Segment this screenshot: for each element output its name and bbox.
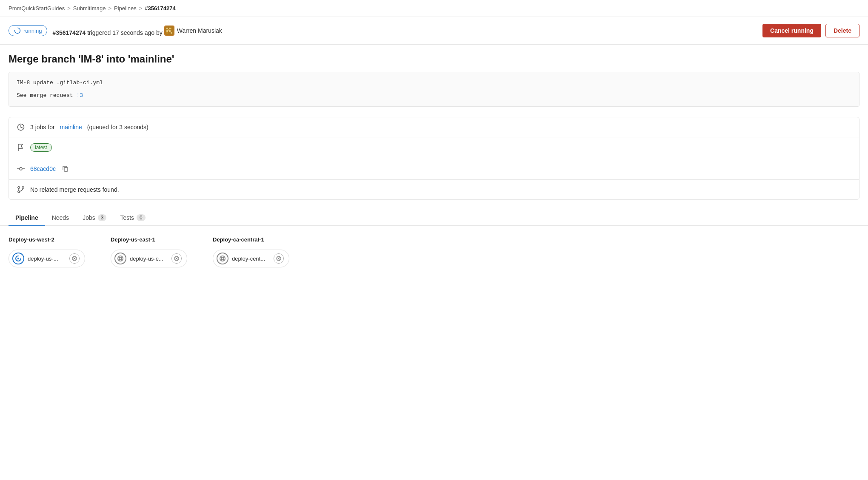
tab-pipeline-label: Pipeline [15, 214, 38, 221]
stages-header: Deploy-us-west-2 Deploy-us-east-1 Deploy… [9, 236, 859, 243]
pipeline-triggered-text: triggered 17 seconds ago by [87, 29, 164, 36]
breadcrumb: PmmQuickStartGuides > SubmitImage > Pipe… [0, 0, 868, 17]
svg-point-30 [221, 257, 224, 260]
breadcrumb-pmm[interactable]: PmmQuickStartGuides [9, 5, 65, 11]
stages-row: deploy-us-... dep [9, 250, 859, 267]
svg-point-24 [118, 256, 123, 261]
latest-badge: latest [30, 143, 52, 152]
svg-rect-6 [168, 29, 169, 31]
tab-tests-label: Tests [120, 214, 134, 221]
svg-rect-16 [64, 168, 68, 171]
merge-request-link[interactable]: !3 [76, 92, 83, 99]
svg-rect-8 [166, 32, 168, 34]
main-content: Merge branch 'IM-8' into 'mainline' IM-8… [0, 45, 868, 200]
svg-point-29 [220, 256, 225, 261]
pipeline-id: #356174274 [52, 29, 86, 36]
meta-row-commit: 68cacd0c [9, 158, 859, 180]
pipeline-status-badge: running [9, 25, 47, 36]
svg-point-0 [15, 28, 20, 34]
status-label: running [23, 28, 42, 34]
pipeline-stages: Deploy-us-west-2 Deploy-us-east-1 Deploy… [0, 226, 868, 278]
pipeline-header: running #356174274 triggered 17 seconds … [0, 17, 868, 45]
tab-needs[interactable]: Needs [45, 210, 76, 226]
commit-title: Merge branch 'IM-8' into 'mainline' [9, 53, 859, 65]
commit-message-line2: See merge request !3 [17, 91, 851, 100]
cancel-running-button[interactable]: Cancel running [762, 24, 821, 37]
job-pending-icon-2 [217, 253, 228, 264]
pipeline-header-right: Cancel running Delete [762, 24, 859, 37]
queued-text: (queued for 3 seconds) [87, 124, 148, 131]
merge-request-icon [17, 186, 25, 193]
meta-row-jobs: 3 jobs for mainline (queued for 3 second… [9, 117, 859, 137]
stage-column-1: deploy-us-e... [111, 250, 196, 267]
svg-rect-7 [171, 28, 172, 29]
commit-sha-link[interactable]: 68cacd0c [30, 165, 56, 172]
svg-point-18 [22, 187, 24, 188]
meta-row-merge-requests: No related merge requests found. [9, 180, 859, 199]
pipeline-header-left: running #356174274 triggered 17 seconds … [9, 25, 757, 36]
stage-column-0: deploy-us-... [9, 250, 94, 267]
tab-jobs[interactable]: Jobs 3 [76, 210, 113, 226]
pipeline-meta-box: 3 jobs for mainline (queued for 3 second… [9, 117, 859, 200]
tabs-bar: Pipeline Needs Jobs 3 Tests 0 [0, 210, 868, 226]
commit-message-box: IM-8 update .gitlab-ci.yml See merge req… [9, 72, 859, 107]
copy-sha-button[interactable] [61, 164, 70, 173]
job-cancel-icon-1[interactable] [171, 253, 182, 264]
clock-icon [17, 123, 25, 131]
job-pending-icon-1 [114, 253, 126, 264]
svg-rect-9 [171, 32, 172, 34]
meta-row-latest: latest [9, 137, 859, 158]
breadcrumb-submit-image[interactable]: SubmitImage [73, 5, 106, 11]
breadcrumb-pipelines[interactable]: Pipelines [114, 5, 137, 11]
pipeline-info: #356174274 triggered 17 seconds ago by [52, 26, 222, 36]
stage-label-0: Deploy-us-west-2 [9, 236, 94, 243]
job-running-icon [12, 253, 24, 264]
svg-point-25 [119, 257, 122, 260]
breadcrumb-sep-1: > [67, 5, 71, 11]
tab-pipeline[interactable]: Pipeline [9, 210, 45, 226]
svg-point-20 [17, 258, 19, 259]
stage-label-1: Deploy-us-east-1 [111, 236, 196, 243]
job-cancel-icon-2[interactable] [274, 253, 284, 264]
job-card-2[interactable]: deploy-cent... [213, 250, 289, 267]
tab-needs-label: Needs [52, 214, 69, 221]
tab-tests[interactable]: Tests 0 [113, 210, 152, 226]
delete-button[interactable]: Delete [825, 24, 859, 37]
job-name-0: deploy-us-... [28, 256, 66, 262]
svg-point-19 [18, 191, 20, 193]
tab-tests-badge: 0 [137, 214, 146, 221]
breadcrumb-sep-3: > [139, 5, 143, 11]
commit-message-line1: IM-8 update .gitlab-ci.yml [17, 78, 851, 88]
user-chip: Warren Marusiak [164, 26, 222, 36]
user-avatar [164, 26, 174, 36]
job-card-1[interactable]: deploy-us-e... [111, 250, 187, 267]
job-card-0[interactable]: deploy-us-... [9, 250, 85, 267]
stage-label-2: Deploy-ca-central-1 [213, 236, 298, 243]
tab-jobs-label: Jobs [83, 214, 95, 221]
commit-icon [17, 165, 25, 173]
breadcrumb-sep-2: > [108, 5, 111, 11]
job-cancel-icon-0[interactable] [69, 253, 80, 264]
job-name-1: deploy-us-e... [130, 256, 168, 262]
svg-point-17 [18, 187, 20, 188]
no-merge-requests-text: No related merge requests found. [30, 186, 119, 193]
see-merge-request-text: See merge request [17, 92, 73, 99]
running-spinner-icon [14, 27, 21, 34]
stage-column-2: deploy-cent... [213, 250, 298, 267]
job-name-2: deploy-cent... [232, 256, 270, 262]
jobs-count-text: 3 jobs for [30, 124, 55, 131]
svg-line-12 [21, 127, 23, 128]
breadcrumb-current: #356174274 [145, 5, 175, 11]
avatar-icon-svg [165, 26, 174, 35]
user-name: Warren Marusiak [177, 27, 222, 34]
svg-point-13 [20, 168, 22, 170]
branch-link[interactable]: mainline [60, 124, 82, 131]
flag-icon [17, 144, 25, 151]
tab-jobs-badge: 3 [98, 214, 107, 221]
